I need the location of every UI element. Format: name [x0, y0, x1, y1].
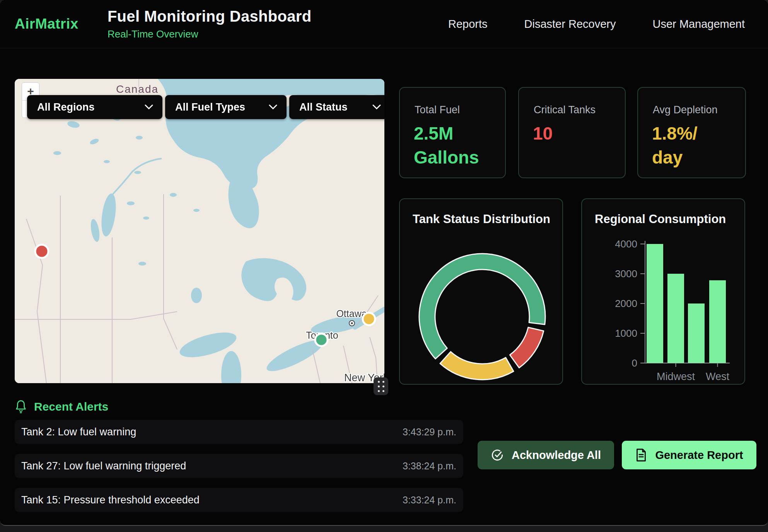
recent-alerts-header: Recent Alerts — [15, 400, 108, 414]
tank-status-donut-chart — [400, 199, 562, 384]
app-logo: AirMatrix — [15, 16, 79, 32]
fuel-type-filter-value: All Fuel Types — [175, 101, 245, 113]
svg-text:3000: 3000 — [615, 268, 637, 280]
generate-report-label: Generate Report — [655, 449, 743, 462]
fuel-type-filter-dropdown[interactable]: All Fuel Types — [165, 95, 287, 119]
warning-tank-marker[interactable] — [363, 313, 375, 325]
stat-value: 2.5M Gallons — [414, 121, 480, 169]
chevron-down-icon — [372, 104, 381, 110]
map-canvas: Canada Ottawa Toronto New York — [15, 79, 384, 383]
tank-map[interactable]: Canada Ottawa Toronto New York + − All R… — [15, 79, 384, 383]
header: AirMatrix Fuel Monitoring Dashboard Real… — [0, 0, 768, 48]
alert-row[interactable]: Tank 27: Low fuel warning triggered 3:38… — [15, 454, 463, 478]
status-filter-dropdown[interactable]: All Status — [289, 95, 384, 119]
alert-message: Tank 15: Pressure threshold exceeded — [21, 494, 200, 506]
main-nav: Reports Disaster Recovery User Managemen… — [448, 0, 745, 48]
svg-text:2000: 2000 — [615, 298, 637, 309]
page-subtitle: Real-Time Overview — [108, 28, 311, 40]
acknowledge-all-label: Acknowledge All — [512, 449, 601, 462]
svg-text:1000: 1000 — [615, 327, 637, 339]
ottawa-town-icon — [349, 321, 355, 326]
svg-text:West: West — [706, 371, 730, 382]
alert-message: Tank 2: Low fuel warning — [21, 426, 136, 438]
region-filter-value: All Regions — [37, 101, 95, 113]
nav-disaster-recovery[interactable]: Disaster Recovery — [524, 18, 616, 31]
alert-timestamp: 3:33:24 p.m. — [403, 494, 456, 506]
nav-user-management[interactable]: User Management — [652, 18, 745, 31]
stat-label: Total Fuel — [415, 104, 505, 116]
alert-row[interactable]: Tank 2: Low fuel warning 3:43:29 p.m. — [15, 420, 463, 444]
regional-consumption-bar-chart: 01000200030004000MidwestWest — [582, 199, 744, 384]
generate-report-button[interactable]: Generate Report — [622, 441, 756, 469]
page-title: Fuel Monitoring Dashboard — [108, 8, 311, 25]
check-circle-icon — [491, 448, 504, 462]
stat-label: Avg Depletion — [653, 104, 745, 116]
region-filter-dropdown[interactable]: All Regions — [27, 95, 162, 119]
alert-timestamp: 3:43:29 p.m. — [403, 426, 456, 438]
stat-card-total-fuel: Total Fuel 2.5M Gallons — [399, 87, 506, 178]
stat-label: Critical Tanks — [534, 104, 625, 116]
recent-alerts-title: Recent Alerts — [34, 400, 108, 413]
svg-text:0: 0 — [632, 357, 637, 369]
dashboard-stage: AirMatrix Fuel Monitoring Dashboard Real… — [0, 0, 768, 532]
regional-consumption-panel: Regional Consumption 01000200030004000Mi… — [581, 198, 745, 385]
stat-value: 10 — [533, 121, 599, 145]
bell-icon — [15, 400, 27, 414]
document-icon — [635, 448, 647, 462]
acknowledge-all-button[interactable]: Acknowledge All — [478, 441, 614, 469]
alert-timestamp: 3:38:24 p.m. — [403, 460, 456, 472]
critical-tank-marker[interactable] — [35, 245, 48, 258]
map-filters: All Regions All Fuel Types All Status — [27, 95, 384, 119]
app-window: AirMatrix Fuel Monitoring Dashboard Real… — [0, 0, 768, 526]
svg-text:Midwest: Midwest — [657, 371, 695, 382]
tank-status-distribution-panel: Tank Status Distribution — [399, 198, 563, 385]
alert-message: Tank 27: Low fuel warning triggered — [21, 460, 186, 472]
stat-card-critical-tanks: Critical Tanks 10 — [518, 87, 626, 178]
alert-row[interactable]: Tank 15: Pressure threshold exceeded 3:3… — [15, 488, 463, 512]
status-filter-value: All Status — [299, 101, 348, 113]
stat-value: 1.8%/ day — [652, 121, 718, 169]
stat-card-avg-depletion: Avg Depletion 1.8%/ day — [637, 87, 746, 178]
chevron-down-icon — [145, 104, 153, 110]
normal-tank-marker[interactable] — [315, 334, 328, 346]
chevron-down-icon — [269, 104, 277, 110]
svg-text:4000: 4000 — [615, 238, 637, 250]
nav-reports[interactable]: Reports — [448, 18, 488, 31]
map-resize-handle[interactable] — [374, 377, 388, 395]
map-label-country: Canada — [116, 83, 159, 95]
title-block: Fuel Monitoring Dashboard Real-Time Over… — [108, 8, 311, 40]
